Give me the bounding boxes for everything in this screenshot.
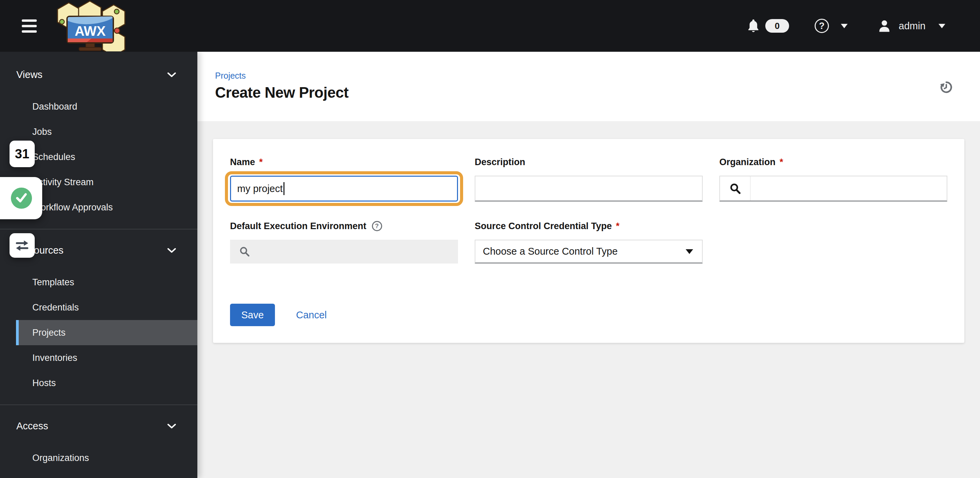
awx-logo-text: AWX: [75, 24, 105, 38]
sidebar-group-views[interactable]: Views: [0, 62, 197, 87]
sidebar-item-activity-stream[interactable]: Activity Stream: [16, 170, 197, 195]
description-input[interactable]: [475, 176, 703, 202]
sidebar-item-jobs[interactable]: Jobs: [16, 119, 197, 144]
organization-lookup: [719, 176, 947, 202]
default-execution-environment-label: Default Execution Environment: [230, 221, 366, 231]
source-control-credential-type-select[interactable]: Choose a Source Control Type: [475, 240, 703, 263]
search-icon: [729, 183, 741, 194]
sidebar-item-hosts[interactable]: Hosts: [16, 370, 197, 396]
help-icon: ?: [815, 19, 829, 33]
sidebar-nav: Views Dashboard Jobs Schedules Activity …: [0, 52, 197, 478]
name-input-value: my project: [237, 183, 283, 194]
chevron-down-icon: [167, 72, 176, 78]
username-label: admin: [899, 21, 926, 32]
sidebar-item-inventories[interactable]: Inventories: [16, 345, 197, 370]
search-icon: [239, 246, 250, 257]
user-menu-button[interactable]: admin: [878, 19, 945, 32]
default-execution-environment-field-group: Default Execution Environment ?: [230, 221, 458, 263]
sidebar-item-workflow-approvals[interactable]: Workflow Approvals: [16, 195, 197, 220]
hamburger-icon: [22, 19, 37, 22]
source-control-credential-type-value: Choose a Source Control Type: [483, 246, 617, 257]
awx-logo-graphic: AWX: [54, 0, 126, 51]
text-cursor: [283, 182, 285, 195]
tab-switch-badge[interactable]: [10, 233, 35, 258]
sidebar-item-projects[interactable]: Projects: [16, 320, 197, 345]
organization-input[interactable]: [751, 176, 947, 201]
description-label: Description: [475, 157, 525, 167]
nav-toggle-button[interactable]: [19, 17, 40, 35]
main-content: Projects Create New Project Name: [197, 52, 980, 478]
tab-count-badge[interactable]: 31: [10, 140, 35, 167]
breadcrumb: Projects: [215, 71, 980, 81]
sidebar-divider: [0, 229, 197, 229]
create-project-form-card: Name * my project: [213, 139, 964, 343]
awx-app: AWX 0 ?: [0, 0, 980, 478]
sidebar-group-access[interactable]: Access: [0, 413, 197, 438]
save-button[interactable]: Save: [230, 304, 275, 326]
sidebar-item-schedules[interactable]: Schedules: [16, 144, 197, 170]
name-input[interactable]: my project: [230, 176, 458, 202]
awx-logo[interactable]: AWX: [54, 0, 126, 51]
description-field-group: Description: [475, 157, 703, 202]
help-popover-icon[interactable]: ?: [372, 221, 382, 231]
organization-label: Organization: [719, 157, 775, 167]
top-navbar: AWX 0 ?: [0, 0, 980, 52]
chevron-down-icon: [167, 423, 176, 429]
required-asterisk: *: [780, 157, 783, 167]
notifications-button[interactable]: 0: [747, 18, 789, 33]
name-field-group: Name * my project: [230, 157, 458, 202]
history-button[interactable]: [939, 80, 953, 95]
navbar-right-tools: 0 ? admin: [747, 18, 980, 33]
form-actions: Save Cancel: [230, 304, 947, 326]
chevron-down-icon: [841, 24, 848, 28]
sidebar-item-dashboard[interactable]: Dashboard: [16, 94, 197, 119]
content-body: Name * my project: [197, 121, 980, 343]
organization-search-button[interactable]: [720, 176, 751, 201]
chevron-down-icon: [167, 247, 176, 253]
default-execution-environment-input[interactable]: [230, 240, 458, 263]
success-check-badge: [0, 177, 42, 219]
sidebar-item-organizations[interactable]: Organizations: [16, 445, 197, 470]
chevron-down-icon: [939, 24, 945, 28]
sidebar-item-credentials[interactable]: Credentials: [16, 295, 197, 320]
swap-arrows-icon: [14, 237, 30, 253]
source-control-credential-type-label: Source Control Credential Type: [475, 221, 612, 231]
name-label: Name: [230, 157, 255, 167]
page-header: Projects Create New Project: [197, 52, 980, 121]
required-asterisk: *: [259, 157, 263, 167]
check-circle-icon: [11, 188, 32, 209]
sidebar-divider: [0, 405, 197, 405]
help-menu-button[interactable]: ?: [815, 19, 848, 33]
source-control-credential-type-field-group: Source Control Credential Type * Choose …: [475, 221, 703, 263]
bell-icon: [747, 18, 760, 33]
required-asterisk: *: [616, 221, 620, 231]
user-icon: [878, 19, 891, 32]
sidebar-item-templates[interactable]: Templates: [16, 270, 197, 295]
cancel-button[interactable]: Cancel: [296, 309, 327, 321]
breadcrumb-link-projects[interactable]: Projects: [215, 71, 246, 81]
page-title: Create New Project: [215, 84, 980, 101]
organization-field-group: Organization *: [719, 157, 947, 202]
notification-count-badge: 0: [765, 19, 789, 33]
dropdown-caret-icon: [686, 249, 693, 254]
history-icon: [939, 80, 953, 94]
